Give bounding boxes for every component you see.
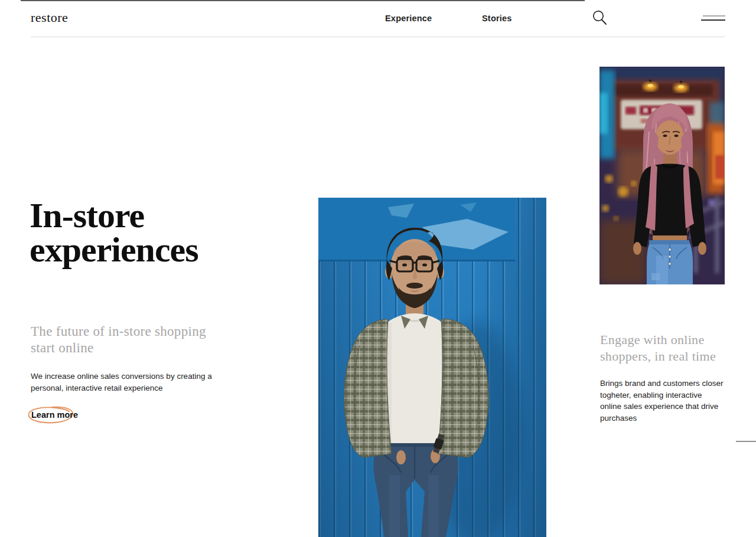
engage-heading: Engage with online shoppers, in real tim…	[600, 332, 716, 364]
engage-heading-line1: Engage with online	[600, 332, 716, 348]
engage-description: Brings brand and customers closer toghet…	[600, 378, 724, 424]
nav-link-stories[interactable]: Stories	[482, 14, 512, 23]
hero-photo-man	[318, 198, 546, 537]
scroll-indicator-line	[736, 441, 756, 442]
hero-description-line1: We increase online sales conversions by …	[31, 371, 212, 382]
side-photo-woman	[599, 67, 725, 284]
search-icon[interactable]	[591, 8, 608, 27]
engage-heading-line2: shoppers, in real time	[600, 348, 716, 365]
top-accent-line	[21, 0, 585, 1]
header-divider	[31, 37, 725, 37]
hero-description: We increase online sales conversions by …	[31, 371, 212, 394]
hero-subtitle-line1: The future of in-store shopping	[31, 323, 206, 340]
logo[interactable]: restore	[31, 10, 68, 25]
page-title-line1: In-store	[30, 198, 198, 233]
menu-line-bottom	[701, 19, 725, 21]
hero-subtitle-line2: start online	[31, 340, 206, 356]
learn-more-link[interactable]: Learn more	[31, 410, 78, 420]
engage-description-line2: togheter, enabling interactive	[600, 389, 724, 401]
engage-description-line3: online sales experience that drive	[600, 401, 724, 412]
engage-description-line1: Brings brand and customers closer	[600, 378, 724, 389]
menu-icon[interactable]	[701, 15, 725, 21]
hero-description-line2: personal, interactive retail experience	[31, 382, 212, 394]
nav-link-experience[interactable]: Experience	[385, 14, 432, 23]
landing-page: restore Experience Stories In-store expe…	[0, 0, 756, 537]
hero-subtitle: The future of in-store shopping start on…	[31, 323, 206, 356]
page-title: In-store experiences	[30, 198, 198, 267]
engage-description-line4: purchases	[600, 412, 724, 424]
page-title-line2: experiences	[30, 233, 198, 267]
menu-line-top	[703, 15, 725, 17]
